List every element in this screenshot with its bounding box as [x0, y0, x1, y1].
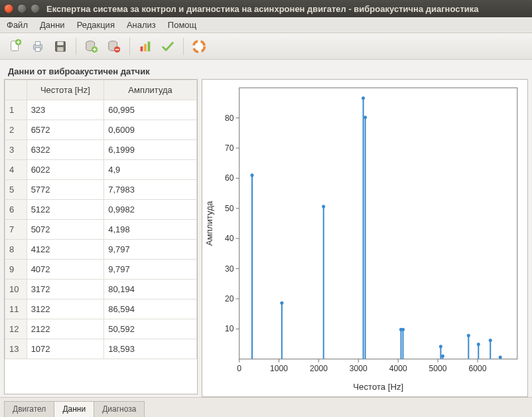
- cell-amp[interactable]: 9,797: [104, 260, 197, 280]
- svg-point-48: [250, 173, 253, 177]
- svg-point-68: [477, 343, 480, 346]
- table-row[interactable]: 12212250,592: [5, 319, 197, 339]
- table-row[interactable]: 460224,9: [5, 160, 197, 180]
- row-index: 9: [5, 260, 27, 280]
- svg-text:80: 80: [225, 114, 234, 123]
- cell-freq[interactable]: 5072: [27, 220, 104, 240]
- svg-text:70: 70: [225, 143, 234, 153]
- svg-text:0: 0: [237, 364, 241, 373]
- footer-tabs: Двигател Данни Диагноза: [0, 397, 532, 417]
- cell-freq[interactable]: 5122: [27, 200, 104, 220]
- cell-freq[interactable]: 6322: [27, 140, 104, 160]
- table-row[interactable]: 363226,1999: [5, 140, 197, 160]
- menu-data[interactable]: Данни: [40, 20, 65, 30]
- menu-help[interactable]: Помощ: [168, 20, 196, 30]
- table-row[interactable]: 11312286,594: [5, 299, 197, 319]
- col-amp[interactable]: Амплитуда: [104, 80, 197, 100]
- tab-engine[interactable]: Двигател: [4, 401, 54, 417]
- right-panel: . 10203040506070800100020003000400050006…: [202, 64, 528, 394]
- table-row[interactable]: 557727,7983: [5, 180, 197, 200]
- svg-point-72: [499, 355, 502, 359]
- cell-freq[interactable]: 323: [27, 100, 104, 120]
- save-icon[interactable]: [50, 37, 70, 56]
- menu-edit[interactable]: Редакция: [77, 20, 115, 30]
- chart-icon[interactable]: [135, 37, 155, 56]
- cell-freq[interactable]: 5772: [27, 180, 104, 200]
- cell-amp[interactable]: 0,6009: [104, 120, 197, 140]
- row-index: 10: [5, 280, 27, 299]
- menu-analysis[interactable]: Анализ: [127, 20, 156, 30]
- svg-rect-13: [144, 44, 147, 51]
- cell-amp[interactable]: 86,594: [104, 299, 197, 319]
- cell-freq[interactable]: 3122: [27, 299, 104, 319]
- svg-text:4000: 4000: [389, 364, 407, 373]
- table-row[interactable]: 940729,797: [5, 260, 197, 280]
- table-row[interactable]: 841229,797: [5, 240, 197, 260]
- row-index: 13: [5, 339, 27, 359]
- cell-freq[interactable]: 3172: [27, 280, 104, 299]
- svg-point-62: [439, 345, 442, 348]
- svg-rect-3: [35, 41, 40, 44]
- svg-point-50: [280, 301, 283, 305]
- cell-amp[interactable]: 4,9: [104, 160, 197, 180]
- svg-text:60: 60: [225, 173, 234, 183]
- tab-diagnosis[interactable]: Диагноза: [94, 401, 145, 417]
- menu-file[interactable]: Файл: [7, 20, 28, 30]
- cell-freq[interactable]: 6572: [27, 120, 104, 140]
- cell-freq[interactable]: 4122: [27, 240, 104, 260]
- svg-text:Амплитуда: Амплитуда: [204, 201, 214, 246]
- cell-amp[interactable]: 50,592: [104, 319, 197, 339]
- row-index: 8: [5, 240, 27, 260]
- cell-amp[interactable]: 0,9982: [104, 200, 197, 220]
- svg-text:6000: 6000: [468, 364, 486, 373]
- left-panel: Данни от виброакустичен датчик Честота […: [4, 64, 198, 394]
- cell-freq[interactable]: 1072: [27, 339, 104, 359]
- col-freq[interactable]: Честота [Hz]: [27, 80, 104, 100]
- table-row[interactable]: 10317280,194: [5, 280, 197, 299]
- cell-amp[interactable]: 6,1999: [104, 140, 197, 160]
- row-index: 7: [5, 220, 27, 240]
- table-row[interactable]: 750724,198: [5, 220, 197, 240]
- table-row[interactable]: 265720,6009: [5, 120, 197, 140]
- svg-point-52: [322, 205, 325, 208]
- print-icon[interactable]: [28, 37, 48, 56]
- table-row[interactable]: 651220,9982: [5, 200, 197, 220]
- database-remove-icon[interactable]: [104, 37, 124, 56]
- cell-amp[interactable]: 7,7983: [104, 180, 197, 200]
- cell-amp[interactable]: 80,194: [104, 280, 197, 299]
- row-index: 12: [5, 319, 27, 339]
- cell-amp[interactable]: 4,198: [104, 220, 197, 240]
- maximize-icon[interactable]: [31, 4, 40, 13]
- tab-data[interactable]: Данни: [54, 401, 94, 417]
- svg-text:5000: 5000: [429, 364, 447, 373]
- cell-freq[interactable]: 6022: [27, 160, 104, 180]
- check-icon[interactable]: [158, 37, 178, 56]
- table-row[interactable]: 132360,995: [5, 100, 197, 120]
- svg-point-56: [364, 116, 367, 119]
- new-icon[interactable]: [5, 37, 25, 56]
- cell-freq[interactable]: 2122: [27, 319, 104, 339]
- svg-text:10: 10: [225, 324, 234, 333]
- cell-amp[interactable]: 60,995: [104, 100, 197, 120]
- cell-freq[interactable]: 4072: [27, 260, 104, 280]
- row-index: 1: [5, 100, 27, 120]
- table-row[interactable]: 13107218,593: [5, 339, 197, 359]
- titlebar: Експертна система за контрол и диагности…: [0, 0, 532, 17]
- data-table[interactable]: Честота [Hz] Амплитуда 132360,995265720,…: [4, 79, 198, 394]
- row-index: 11: [5, 299, 27, 319]
- database-add-icon[interactable]: [82, 37, 101, 56]
- window-title: Експертна система за контрол и диагности…: [46, 4, 479, 14]
- svg-rect-7: [57, 46, 63, 50]
- chart[interactable]: 1020304050607080010002000300040005000600…: [202, 79, 528, 397]
- cell-amp[interactable]: 9,797: [104, 240, 197, 260]
- svg-text:2000: 2000: [310, 364, 328, 373]
- toolbar-separator: [76, 38, 76, 55]
- cell-amp[interactable]: 18,593: [104, 339, 197, 359]
- svg-text:40: 40: [225, 234, 234, 243]
- svg-text:1000: 1000: [270, 364, 288, 373]
- close-icon[interactable]: [4, 4, 13, 13]
- help-icon[interactable]: [189, 37, 209, 56]
- menubar: Файл Данни Редакция Анализ Помощ: [0, 17, 532, 33]
- svg-point-70: [489, 339, 492, 342]
- minimize-icon[interactable]: [17, 4, 27, 13]
